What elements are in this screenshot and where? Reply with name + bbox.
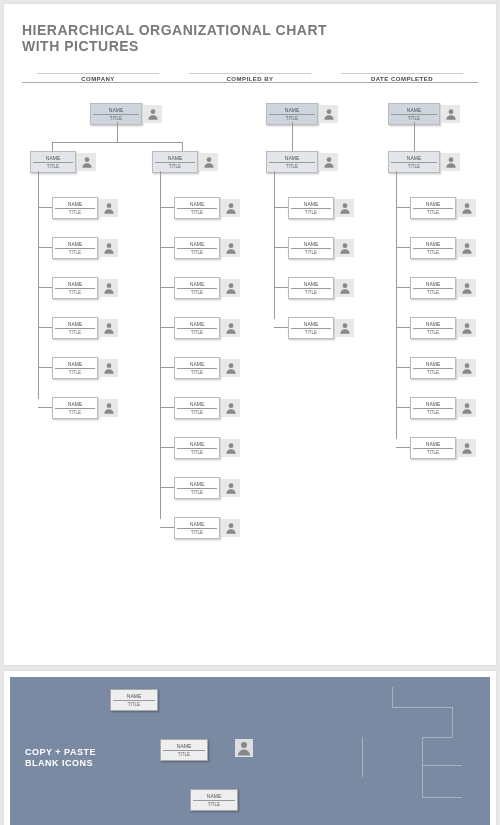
org-node[interactable]: NAMETITLE: [30, 151, 96, 173]
org-node[interactable]: NAMETITLE: [174, 397, 240, 419]
company-value[interactable]: [37, 66, 159, 74]
blank-node[interactable]: NAMETITLE: [190, 789, 238, 811]
avatar-icon: [222, 439, 240, 457]
org-node[interactable]: NAMETITLE: [410, 237, 476, 259]
node-name: NAME: [177, 361, 217, 369]
node-name: NAME: [291, 321, 331, 329]
title-line1: HIERARCHICAL ORGANIZATIONAL CHART: [22, 22, 478, 38]
node-title: TITLE: [177, 370, 217, 375]
svg-point-25: [449, 158, 454, 163]
avatar-icon[interactable]: [235, 739, 253, 757]
meta-row: COMPANY COMPILED BY DATE COMPLETED: [22, 66, 478, 83]
node-name: NAME: [55, 361, 95, 369]
node-title: TITLE: [291, 210, 331, 215]
node-name: NAME: [413, 321, 453, 329]
date-completed-value[interactable]: [341, 66, 463, 74]
org-node[interactable]: NAMETITLE: [174, 277, 240, 299]
org-node[interactable]: NAMETITLE: [388, 151, 460, 173]
node-name: NAME: [177, 321, 217, 329]
compiled-by-value[interactable]: [189, 66, 311, 74]
org-node[interactable]: NAMETITLE: [288, 197, 354, 219]
org-node[interactable]: NAMETITLE: [410, 277, 476, 299]
node-title: TITLE: [291, 290, 331, 295]
blank-node[interactable]: NAMETITLE: [110, 689, 158, 711]
node-name: NAME: [291, 241, 331, 249]
node-title: TITLE: [413, 370, 453, 375]
org-node[interactable]: NAMETITLE: [288, 237, 354, 259]
node-title: TITLE: [413, 290, 453, 295]
node-title: TITLE: [93, 116, 139, 121]
org-node[interactable]: NAMETITLE: [388, 103, 460, 125]
svg-point-29: [465, 324, 470, 329]
org-node[interactable]: NAMETITLE: [174, 517, 240, 539]
org-node[interactable]: NAMETITLE: [410, 197, 476, 219]
node-title: TITLE: [391, 164, 437, 169]
node-name: NAME: [291, 281, 331, 289]
org-node[interactable]: NAMETITLE: [174, 437, 240, 459]
org-node[interactable]: NAMETITLE: [174, 317, 240, 339]
svg-point-22: [343, 284, 348, 289]
org-node[interactable]: NAMETITLE: [174, 357, 240, 379]
org-node[interactable]: NAMETITLE: [174, 477, 240, 499]
blank-node[interactable]: NAMETITLE: [160, 739, 208, 761]
svg-point-26: [465, 204, 470, 209]
org-node[interactable]: NAMETITLE: [52, 237, 118, 259]
node-name: NAME: [269, 155, 315, 163]
node-title: TITLE: [391, 116, 437, 121]
avatar-icon: [222, 359, 240, 377]
node-title: TITLE: [413, 330, 453, 335]
org-node[interactable]: NAMETITLE: [52, 277, 118, 299]
svg-point-7: [107, 364, 112, 369]
org-node[interactable]: NAMETITLE: [90, 103, 162, 125]
node-name: NAME: [177, 401, 217, 409]
org-node[interactable]: NAMETITLE: [410, 317, 476, 339]
org-node[interactable]: NAMETITLE: [52, 197, 118, 219]
avatar-icon: [336, 319, 354, 337]
svg-point-33: [241, 742, 247, 748]
node-title: TITLE: [55, 290, 95, 295]
org-node[interactable]: NAMETITLE: [52, 357, 118, 379]
avatar-icon: [320, 153, 338, 171]
svg-point-28: [465, 284, 470, 289]
avatar-icon: [336, 279, 354, 297]
copy-paste-label: COPY + PASTE BLANK ICONS: [25, 747, 96, 769]
svg-point-6: [107, 324, 112, 329]
avatar-icon: [458, 279, 476, 297]
org-node[interactable]: NAMETITLE: [52, 317, 118, 339]
node-title: TITLE: [413, 450, 453, 455]
org-node[interactable]: NAMETITLE: [410, 437, 476, 459]
node-title: TITLE: [155, 164, 195, 169]
node-title: TITLE: [413, 410, 453, 415]
svg-point-15: [229, 444, 234, 449]
org-node[interactable]: NAMETITLE: [410, 397, 476, 419]
svg-point-24: [449, 110, 454, 115]
page-title: HIERARCHICAL ORGANIZATIONAL CHART WITH P…: [22, 22, 478, 54]
node-title: TITLE: [177, 210, 217, 215]
org-node[interactable]: NAMETITLE: [52, 397, 118, 419]
org-node[interactable]: NAMETITLE: [152, 151, 218, 173]
avatar-icon: [100, 319, 118, 337]
org-node[interactable]: NAMETITLE: [288, 277, 354, 299]
svg-point-30: [465, 364, 470, 369]
org-node[interactable]: NAMETITLE: [410, 357, 476, 379]
node-title: TITLE: [33, 164, 73, 169]
node-name: NAME: [177, 241, 217, 249]
node-name: NAME: [391, 107, 437, 115]
org-node[interactable]: NAMETITLE: [288, 317, 354, 339]
svg-point-13: [229, 364, 234, 369]
avatar-icon: [458, 319, 476, 337]
node-name: NAME: [391, 155, 437, 163]
org-node[interactable]: NAMETITLE: [266, 151, 338, 173]
node-title: TITLE: [291, 250, 331, 255]
blank-icons-panel: COPY + PASTE BLANK ICONS NAMETITLE NAMET…: [10, 677, 490, 825]
svg-point-17: [229, 524, 234, 529]
node-name: NAME: [93, 107, 139, 115]
node-title: TITLE: [55, 410, 95, 415]
date-completed-label: DATE COMPLETED: [326, 76, 478, 82]
org-node[interactable]: NAMETITLE: [174, 197, 240, 219]
avatar-icon: [458, 239, 476, 257]
svg-point-18: [327, 110, 332, 115]
org-node[interactable]: NAMETITLE: [266, 103, 338, 125]
node-title: TITLE: [177, 250, 217, 255]
org-node[interactable]: NAMETITLE: [174, 237, 240, 259]
